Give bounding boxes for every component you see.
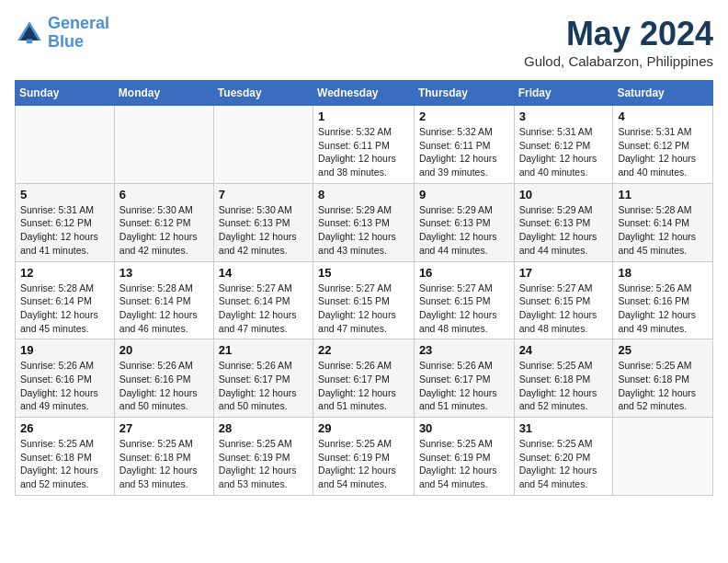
calendar-cell [16,106,115,184]
week-row-3: 12Sunrise: 5:28 AM Sunset: 6:14 PM Dayli… [16,261,713,339]
day-info: Sunrise: 5:25 AM Sunset: 6:18 PM Dayligh… [618,359,708,413]
day-info: Sunrise: 5:30 AM Sunset: 6:12 PM Dayligh… [119,203,209,258]
week-row-1: 1Sunrise: 5:32 AM Sunset: 6:11 PM Daylig… [16,106,713,184]
day-info: Sunrise: 5:27 AM Sunset: 6:15 PM Dayligh… [419,282,509,336]
day-info: Sunrise: 5:25 AM Sunset: 6:19 PM Dayligh… [419,437,509,491]
calendar-cell: 19Sunrise: 5:26 AM Sunset: 6:16 PM Dayli… [16,339,115,418]
calendar-cell: 30Sunrise: 5:25 AM Sunset: 6:19 PM Dayli… [414,418,514,496]
day-number: 12 [20,266,109,280]
day-info: Sunrise: 5:27 AM Sunset: 6:14 PM Dayligh… [219,282,308,336]
day-number: 9 [419,188,509,201]
week-row-2: 5Sunrise: 5:31 AM Sunset: 6:12 PM Daylig… [16,183,713,261]
day-number: 15 [318,266,409,280]
day-number: 20 [119,343,209,357]
calendar-cell: 31Sunrise: 5:25 AM Sunset: 6:20 PM Dayli… [514,418,613,496]
logo-line1: General [48,14,109,32]
week-row-5: 26Sunrise: 5:25 AM Sunset: 6:18 PM Dayli… [16,418,713,496]
day-number: 11 [618,188,708,201]
day-info: Sunrise: 5:25 AM Sunset: 6:19 PM Dayligh… [219,437,308,491]
calendar-cell: 1Sunrise: 5:32 AM Sunset: 6:11 PM Daylig… [313,106,415,184]
day-info: Sunrise: 5:28 AM Sunset: 6:14 PM Dayligh… [119,282,209,336]
day-info: Sunrise: 5:32 AM Sunset: 6:11 PM Dayligh… [419,125,509,179]
day-number: 5 [20,188,109,201]
day-number: 28 [219,421,308,435]
day-info: Sunrise: 5:28 AM Sunset: 6:14 PM Dayligh… [20,282,109,336]
calendar-cell: 17Sunrise: 5:27 AM Sunset: 6:15 PM Dayli… [514,261,613,339]
day-info: Sunrise: 5:31 AM Sunset: 6:12 PM Dayligh… [519,125,609,179]
day-number: 2 [419,109,509,123]
weekday-header-sunday: Sunday [16,81,115,106]
calendar-cell: 13Sunrise: 5:28 AM Sunset: 6:14 PM Dayli… [114,261,213,339]
weekday-header-friday: Friday [514,81,613,106]
calendar-cell: 11Sunrise: 5:28 AM Sunset: 6:14 PM Dayli… [613,183,713,261]
calendar-cell: 24Sunrise: 5:25 AM Sunset: 6:18 PM Dayli… [514,339,613,418]
day-number: 8 [318,188,409,201]
day-info: Sunrise: 5:26 AM Sunset: 6:16 PM Dayligh… [20,359,109,413]
day-info: Sunrise: 5:25 AM Sunset: 6:20 PM Dayligh… [519,437,609,491]
day-info: Sunrise: 5:31 AM Sunset: 6:12 PM Dayligh… [618,125,708,179]
day-number: 29 [318,421,409,435]
day-info: Sunrise: 5:26 AM Sunset: 6:17 PM Dayligh… [318,359,409,413]
calendar-cell [213,106,313,184]
month-title: May 2024 [524,15,713,53]
calendar-cell: 29Sunrise: 5:25 AM Sunset: 6:19 PM Dayli… [313,418,415,496]
day-info: Sunrise: 5:29 AM Sunset: 6:13 PM Dayligh… [519,203,609,258]
logo-line2: Blue [48,32,84,51]
day-number: 1 [318,109,409,123]
calendar-cell: 5Sunrise: 5:31 AM Sunset: 6:12 PM Daylig… [16,183,115,261]
week-row-4: 19Sunrise: 5:26 AM Sunset: 6:16 PM Dayli… [16,339,713,418]
calendar-cell [114,106,213,184]
day-number: 13 [119,266,209,280]
day-number: 26 [20,421,109,435]
location: Gulod, Calabarzon, Philippines [524,53,713,69]
day-number: 16 [419,266,509,280]
calendar-cell: 27Sunrise: 5:25 AM Sunset: 6:18 PM Dayli… [114,418,213,496]
day-info: Sunrise: 5:32 AM Sunset: 6:11 PM Dayligh… [318,125,409,179]
day-number: 27 [119,421,209,435]
calendar-cell: 6Sunrise: 5:30 AM Sunset: 6:12 PM Daylig… [114,183,213,261]
day-info: Sunrise: 5:29 AM Sunset: 6:13 PM Dayligh… [318,203,409,258]
day-number: 21 [219,343,308,357]
day-info: Sunrise: 5:29 AM Sunset: 6:13 PM Dayligh… [419,203,509,258]
day-number: 14 [219,266,308,280]
day-info: Sunrise: 5:26 AM Sunset: 6:17 PM Dayligh… [219,359,308,413]
calendar-cell: 16Sunrise: 5:27 AM Sunset: 6:15 PM Dayli… [414,261,514,339]
day-info: Sunrise: 5:27 AM Sunset: 6:15 PM Dayligh… [318,282,409,336]
calendar-cell: 2Sunrise: 5:32 AM Sunset: 6:11 PM Daylig… [414,106,514,184]
day-info: Sunrise: 5:26 AM Sunset: 6:17 PM Dayligh… [419,359,509,413]
svg-rect-2 [27,39,32,43]
day-number: 19 [20,343,109,357]
day-info: Sunrise: 5:28 AM Sunset: 6:14 PM Dayligh… [618,203,708,258]
calendar-cell: 26Sunrise: 5:25 AM Sunset: 6:18 PM Dayli… [16,418,115,496]
page-header: General Blue May 2024 Gulod, Calabarzon,… [15,15,713,69]
weekday-header-row: SundayMondayTuesdayWednesdayThursdayFrid… [16,81,713,106]
day-number: 6 [119,188,209,201]
day-info: Sunrise: 5:26 AM Sunset: 6:16 PM Dayligh… [119,359,209,413]
calendar-cell: 10Sunrise: 5:29 AM Sunset: 6:13 PM Dayli… [514,183,613,261]
calendar-cell: 23Sunrise: 5:26 AM Sunset: 6:17 PM Dayli… [414,339,514,418]
calendar-cell: 7Sunrise: 5:30 AM Sunset: 6:13 PM Daylig… [213,183,313,261]
calendar-cell: 22Sunrise: 5:26 AM Sunset: 6:17 PM Dayli… [313,339,415,418]
logo: General Blue [15,15,109,52]
day-number: 18 [618,266,708,280]
calendar-cell: 8Sunrise: 5:29 AM Sunset: 6:13 PM Daylig… [313,183,415,261]
calendar-table: SundayMondayTuesdayWednesdayThursdayFrid… [15,80,713,496]
calendar-cell: 12Sunrise: 5:28 AM Sunset: 6:14 PM Dayli… [16,261,115,339]
day-number: 7 [219,188,308,201]
day-number: 23 [419,343,509,357]
day-number: 3 [519,109,609,123]
day-number: 4 [618,109,708,123]
calendar-cell: 3Sunrise: 5:31 AM Sunset: 6:12 PM Daylig… [514,106,613,184]
calendar-cell [613,418,713,496]
day-number: 10 [519,188,609,201]
day-info: Sunrise: 5:25 AM Sunset: 6:18 PM Dayligh… [519,359,609,413]
day-info: Sunrise: 5:25 AM Sunset: 6:18 PM Dayligh… [119,437,209,491]
calendar-cell: 4Sunrise: 5:31 AM Sunset: 6:12 PM Daylig… [613,106,713,184]
day-info: Sunrise: 5:25 AM Sunset: 6:19 PM Dayligh… [318,437,409,491]
weekday-header-wednesday: Wednesday [313,81,415,106]
calendar-cell: 20Sunrise: 5:26 AM Sunset: 6:16 PM Dayli… [114,339,213,418]
calendar-cell: 25Sunrise: 5:25 AM Sunset: 6:18 PM Dayli… [613,339,713,418]
calendar-cell: 15Sunrise: 5:27 AM Sunset: 6:15 PM Dayli… [313,261,415,339]
day-info: Sunrise: 5:30 AM Sunset: 6:13 PM Dayligh… [219,203,308,258]
calendar-cell: 18Sunrise: 5:26 AM Sunset: 6:16 PM Dayli… [613,261,713,339]
